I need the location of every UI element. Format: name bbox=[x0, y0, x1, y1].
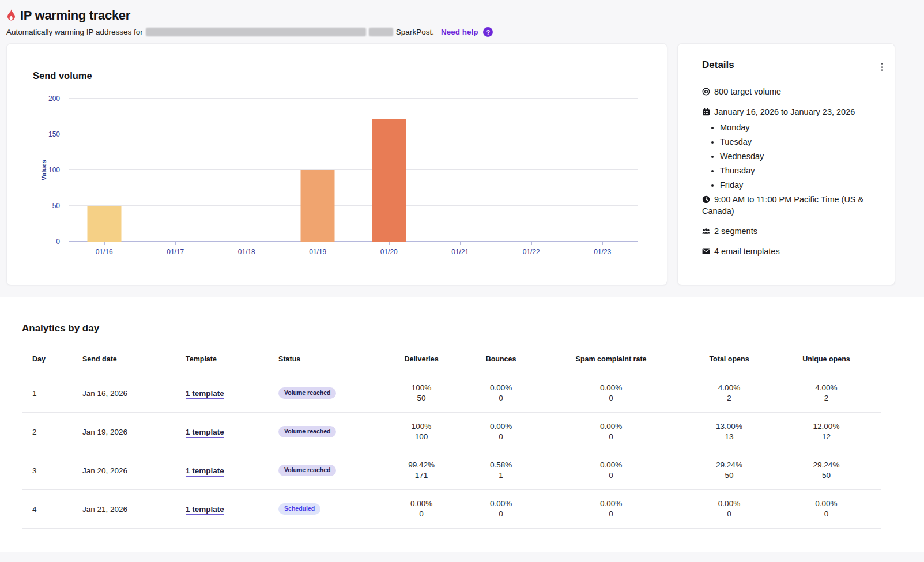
cell-day: 3 bbox=[22, 451, 82, 490]
warming-day: Monday bbox=[720, 122, 878, 133]
spam-count: 0 bbox=[535, 470, 687, 481]
bounces-pct: 0.00% bbox=[466, 421, 535, 432]
template-link[interactable]: 1 template bbox=[186, 428, 224, 436]
column-header-template: Template bbox=[186, 340, 278, 374]
chart-bar-01-20 bbox=[372, 119, 406, 242]
need-help-link[interactable]: Need help bbox=[441, 28, 478, 36]
deliveries-count: 171 bbox=[376, 470, 466, 481]
chart-y-tick-label: 150 bbox=[7, 130, 60, 138]
bounces-count: 0 bbox=[466, 509, 535, 519]
chart-x-tick-label: 01/16 bbox=[96, 248, 113, 256]
unique-opens-count: 0 bbox=[772, 509, 881, 519]
total-opens-count: 2 bbox=[687, 393, 772, 403]
spam-count: 0 bbox=[535, 393, 687, 403]
detail-segments: 2 segments bbox=[702, 225, 878, 237]
status-badge: Volume reached bbox=[278, 426, 336, 437]
column-header-unique-opens: Unique opens bbox=[772, 340, 881, 374]
warming-day: Wednesday bbox=[720, 150, 878, 162]
details-card: Details 800 target volume bbox=[677, 43, 895, 285]
status-badge: Volume reached bbox=[278, 465, 336, 476]
bounces-count: 0 bbox=[466, 432, 535, 442]
chart-x-tick bbox=[318, 242, 318, 245]
warming-days-list: Monday Tuesday Wednesday Thursday Friday bbox=[702, 122, 878, 191]
table-row: 3 Jan 20, 2026 1 template Volume reached… bbox=[22, 451, 881, 490]
total-opens-pct: 0.00% bbox=[687, 499, 772, 509]
help-question-icon[interactable]: ? bbox=[483, 27, 493, 37]
deliveries-pct: 99.42% bbox=[376, 460, 466, 470]
total-opens-count: 50 bbox=[687, 470, 772, 481]
users-icon bbox=[702, 227, 710, 235]
chart-y-tick-label: 50 bbox=[7, 202, 60, 210]
chart-x-tick-label: 01/17 bbox=[167, 248, 184, 256]
total-opens-count: 0 bbox=[687, 509, 772, 519]
chart-x-tick-label: 01/20 bbox=[380, 248, 398, 256]
column-header-bounces: Bounces bbox=[466, 340, 535, 374]
analytics-section: Analytics by day Day Send date Template … bbox=[0, 297, 924, 552]
chart-gridline bbox=[69, 98, 638, 99]
total-opens-pct: 13.00% bbox=[687, 421, 772, 432]
spam-pct: 0.00% bbox=[535, 499, 687, 509]
column-header-spam-complaint-rate: Spam complaint rate bbox=[535, 340, 687, 374]
deliveries-pct: 0.00% bbox=[376, 499, 466, 509]
status-badge: Volume reached bbox=[278, 387, 336, 399]
subtitle-suffix: SparkPost. bbox=[396, 28, 434, 36]
table-row: 1 Jan 16, 2026 1 template Volume reached… bbox=[22, 374, 881, 413]
spam-count: 0 bbox=[535, 509, 687, 519]
total-opens-pct: 4.00% bbox=[687, 383, 772, 393]
spam-count: 0 bbox=[535, 432, 687, 442]
analytics-table: Day Send date Template Status Deliveries… bbox=[22, 340, 881, 529]
bounces-pct: 0.58% bbox=[466, 460, 535, 470]
chart-x-tick-label: 01/19 bbox=[309, 248, 326, 256]
bounces-count: 0 bbox=[466, 393, 535, 403]
column-header-send-date: Send date bbox=[82, 340, 186, 374]
chart-bar-01-19 bbox=[301, 170, 335, 242]
chart-y-tick-label: 0 bbox=[7, 237, 60, 246]
deliveries-count: 0 bbox=[376, 509, 466, 519]
cell-send-date: Jan 19, 2026 bbox=[82, 413, 186, 451]
chart-title: Send volume bbox=[33, 70, 667, 81]
unique-opens-pct: 12.00% bbox=[772, 421, 881, 432]
page-title: IP warming tracker bbox=[20, 8, 130, 23]
deliveries-count: 50 bbox=[376, 393, 466, 403]
chart-x-tick-label: 01/22 bbox=[523, 248, 540, 256]
warming-day: Friday bbox=[720, 179, 878, 191]
chart-x-tick bbox=[531, 242, 532, 245]
column-header-status: Status bbox=[278, 340, 376, 374]
chart-x-tick bbox=[104, 242, 105, 245]
target-volume-text: 800 target volume bbox=[714, 87, 781, 96]
chart-x-tick-label: 01/18 bbox=[238, 248, 255, 256]
spam-pct: 0.00% bbox=[535, 460, 687, 470]
detail-email-templates: 4 email templates bbox=[702, 246, 878, 257]
warming-day: Thursday bbox=[720, 165, 878, 176]
cell-day: 1 bbox=[22, 374, 82, 413]
chart-plot: Values 05010015020001/1601/1701/1801/190… bbox=[69, 99, 638, 242]
bounces-pct: 0.00% bbox=[466, 499, 535, 509]
deliveries-count: 100 bbox=[376, 432, 466, 442]
chart-x-tick bbox=[247, 242, 247, 245]
spam-pct: 0.00% bbox=[535, 383, 687, 393]
send-volume-card: Send volume Values 05010015020001/1601/1… bbox=[6, 43, 667, 285]
template-link[interactable]: 1 template bbox=[186, 389, 224, 398]
email-templates-text: 4 email templates bbox=[714, 247, 780, 256]
template-link[interactable]: 1 template bbox=[186, 466, 224, 475]
target-icon bbox=[702, 87, 710, 95]
total-opens-count: 13 bbox=[687, 432, 772, 442]
page-header: IP warming tracker Automatically warming… bbox=[0, 0, 924, 37]
template-link[interactable]: 1 template bbox=[186, 505, 224, 514]
total-opens-pct: 29.24% bbox=[687, 460, 772, 470]
cell-send-date: Jan 21, 2026 bbox=[82, 490, 186, 529]
deliveries-pct: 100% bbox=[376, 421, 466, 432]
deliveries-pct: 100% bbox=[376, 383, 466, 393]
kebab-menu-icon[interactable] bbox=[878, 61, 887, 73]
chart-x-tick bbox=[175, 242, 176, 245]
unique-opens-pct: 29.24% bbox=[772, 460, 881, 470]
cell-day: 4 bbox=[22, 490, 82, 529]
column-header-day: Day bbox=[22, 340, 82, 374]
chart-x-tick-label: 01/21 bbox=[451, 248, 469, 256]
chart-x-tick-label: 01/23 bbox=[594, 248, 611, 256]
cell-send-date: Jan 20, 2026 bbox=[82, 451, 186, 490]
details-title: Details bbox=[702, 59, 734, 71]
unique-opens-pct: 4.00% bbox=[772, 383, 881, 393]
chart-area: Values 05010015020001/1601/1701/1801/190… bbox=[7, 99, 667, 271]
unique-opens-count: 50 bbox=[772, 470, 881, 481]
